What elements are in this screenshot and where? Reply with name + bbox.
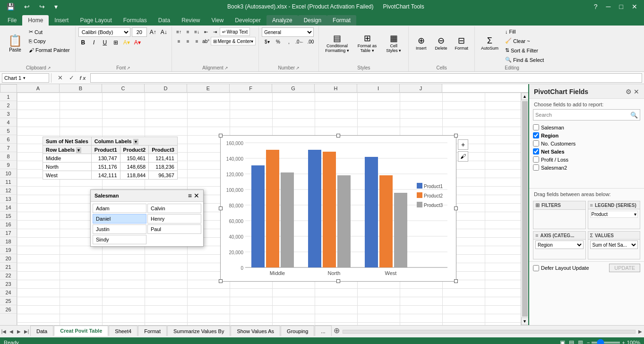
decrease-indent[interactable]: ⇤	[202, 27, 210, 36]
handle-bottom-right[interactable]	[454, 279, 458, 283]
tab-review[interactable]: Review	[176, 15, 206, 26]
row-6[interactable]: 6	[0, 135, 17, 144]
sheet-tab-summarize[interactable]: Summarize Values By	[167, 326, 230, 336]
pivot-field-profitloss-checkbox[interactable]	[533, 156, 539, 163]
tab-format[interactable]: Format	[327, 15, 356, 26]
filter-item-daniel[interactable]: Daniel	[93, 214, 146, 224]
underline-button[interactable]: U	[100, 38, 110, 47]
page-break-view-button[interactable]: ▥	[578, 339, 583, 344]
vertical-scrollbar[interactable]: ▲ ▼	[521, 93, 528, 325]
orientation-button[interactable]: ab°	[202, 37, 210, 45]
insert-button[interactable]: ⊕ Insert	[412, 27, 430, 59]
handle-right[interactable]	[454, 206, 458, 210]
row-19[interactable]: 19	[0, 246, 17, 254]
col-header-d[interactable]: D	[145, 84, 187, 92]
pivot-field-salesman2-checkbox[interactable]	[533, 164, 539, 171]
handle-top-right[interactable]	[454, 134, 458, 138]
percent-button[interactable]: %	[273, 37, 283, 46]
page-layout-view-button[interactable]: ▤	[569, 339, 574, 344]
sort-filter-button[interactable]: ⇅ Sort & Filter	[503, 46, 546, 55]
legend-product-dropdown[interactable]: ▾	[634, 212, 636, 217]
row-labels-filter-icon[interactable]: ▾	[76, 147, 81, 153]
pivot-field-nocustomers-label[interactable]: No. Customers	[541, 141, 575, 146]
col-header-j[interactable]: J	[400, 84, 442, 92]
undo-button[interactable]: ↩	[21, 2, 33, 11]
conditional-formatting-button[interactable]: ▤ ConditionalFormatting ▾	[322, 27, 352, 59]
pivot-field-nocustomers-checkbox[interactable]	[533, 140, 539, 146]
comma-button[interactable]: ,	[283, 37, 294, 46]
currency-button[interactable]: $▾	[262, 37, 272, 46]
tab-formulas[interactable]: Formulas	[118, 15, 153, 26]
col-header-a[interactable]: A	[17, 84, 60, 92]
sheet-scroll-next[interactable]: ▶	[15, 327, 23, 337]
pivot-search-button[interactable]: 🔍	[628, 111, 640, 120]
sheet-tab-showvalues[interactable]: Show Values As	[231, 326, 280, 336]
alignment-expand-icon[interactable]: ↗	[224, 66, 228, 70]
pivot-close-button[interactable]: ✕	[634, 88, 639, 95]
pivot-field-netsales-checkbox[interactable]	[533, 148, 539, 155]
row-14[interactable]: 14	[0, 203, 17, 212]
normal-view-button[interactable]: ▣	[560, 339, 565, 344]
chart-add-element-button[interactable]: +	[458, 139, 468, 150]
delete-button[interactable]: ⊖ Delete	[431, 27, 450, 59]
tab-home[interactable]: Home	[22, 15, 49, 26]
wrap-text-button[interactable]: ↵ Wrap Text	[220, 27, 250, 36]
defer-layout-checkbox[interactable]	[533, 265, 539, 271]
sheet-scroll-prev[interactable]: ◀	[8, 327, 15, 337]
sheet-scroll-first[interactable]: |◀	[0, 327, 8, 337]
horizontal-scrollbar[interactable]	[343, 330, 635, 334]
pivot-field-netsales-label[interactable]: Net Sales	[541, 149, 565, 155]
filter-item-paul[interactable]: Paul	[147, 224, 201, 234]
font-increase-button[interactable]: A↑	[148, 27, 158, 37]
scroll-thumb-vertical[interactable]	[522, 101, 528, 317]
cut-button[interactable]: ✂ Cut	[26, 27, 72, 36]
merge-center-button[interactable]: ⊞ Merge & Center ▾	[211, 37, 256, 45]
autosum-button[interactable]: Σ AutoSum	[478, 27, 502, 59]
number-expand-icon[interactable]: ↗	[296, 66, 300, 70]
handle-bottom-left[interactable]	[219, 279, 223, 283]
row-2[interactable]: 2	[0, 101, 17, 110]
scroll-right-button[interactable]: ▶	[636, 327, 644, 337]
values-netsales-select[interactable]: Sum of Net Sa...	[590, 241, 638, 249]
tab-data[interactable]: Data	[153, 15, 176, 26]
chart-container[interactable]: + 🖌 160,000 140,000 120,000 100,000 80,0…	[220, 135, 456, 282]
sheet-tab-creat[interactable]: Creat Povit Table	[54, 326, 108, 336]
zoom-in-button[interactable]: +	[622, 340, 625, 344]
quick-access-more[interactable]: ▾	[52, 2, 60, 11]
filter-item-justin[interactable]: Justin	[93, 224, 146, 234]
row-11[interactable]: 11	[0, 178, 17, 186]
bold-button[interactable]: B	[78, 38, 88, 47]
border-button[interactable]: ⊞	[111, 38, 120, 47]
axis-region-select[interactable]: Region	[535, 241, 584, 249]
italic-button[interactable]: I	[89, 38, 99, 47]
filter-item-adam[interactable]: Adam	[93, 204, 146, 213]
align-top-center[interactable]: ≡	[184, 27, 192, 36]
tab-file[interactable]: File	[2, 15, 22, 26]
row-24[interactable]: 24	[0, 288, 17, 297]
pivot-field-profitloss-label[interactable]: Profit / Loss	[541, 157, 568, 163]
zoom-out-button[interactable]: −	[587, 340, 590, 344]
font-expand-icon[interactable]: ↗	[127, 66, 130, 70]
cell-styles-button[interactable]: ▦ CellStyles ▾	[382, 27, 405, 59]
formula-confirm-button[interactable]: ✓	[67, 73, 76, 83]
format-painter-button[interactable]: 🖌 Format Painter	[26, 46, 72, 54]
row-16[interactable]: 16	[0, 220, 17, 229]
align-center[interactable]: ≡	[184, 37, 192, 45]
filter-clear-button[interactable]: ✕	[194, 192, 199, 199]
align-top-right[interactable]: ≡↓	[193, 27, 201, 36]
fill-button[interactable]: ↓ Fill	[503, 27, 546, 36]
name-box[interactable]: Chart 1 ▾	[2, 73, 49, 83]
font-decrease-button[interactable]: A↓	[159, 27, 169, 37]
close-button[interactable]: ✕	[629, 2, 640, 11]
paste-button[interactable]: 📋 Paste	[5, 27, 26, 59]
sheet-tab-sheet4[interactable]: Sheet4	[109, 326, 137, 336]
pivot-field-salesman2-label[interactable]: Salesman2	[541, 165, 567, 171]
align-top-left[interactable]: ≡↑	[175, 27, 183, 36]
pivot-search-input[interactable]	[533, 110, 628, 120]
col-header-i[interactable]: I	[357, 84, 400, 92]
pivot-field-region-label[interactable]: Region	[541, 133, 558, 138]
font-color-button[interactable]: A▾	[133, 38, 142, 47]
tab-developer[interactable]: Developer	[229, 15, 266, 26]
col-header-c[interactable]: C	[102, 84, 145, 92]
redo-button[interactable]: ↪	[36, 2, 48, 11]
